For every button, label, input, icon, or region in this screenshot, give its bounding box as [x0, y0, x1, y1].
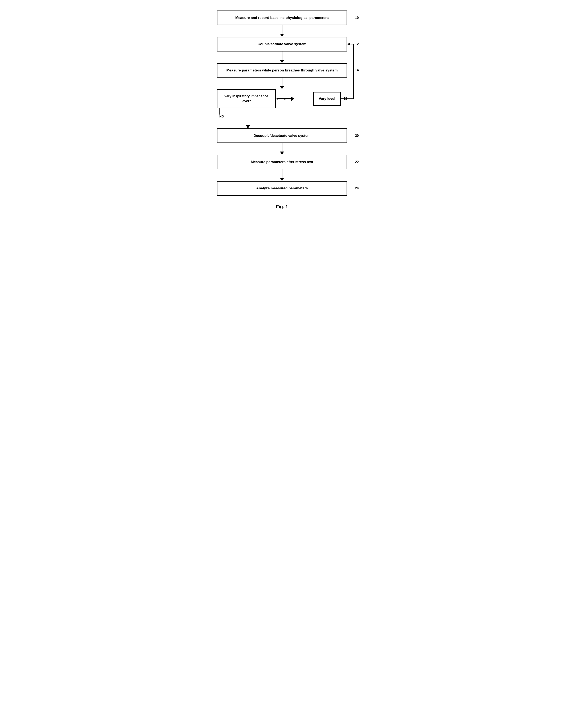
flowchart: Measure and record baseline physiologica… — [217, 8, 347, 210]
step-12-box: Couple/actuate valve system — [217, 37, 347, 51]
arrow-14-decision — [280, 78, 284, 89]
arrow-10-12 — [280, 25, 284, 37]
step-18-box: Vary level — [313, 92, 341, 106]
decision-row: Vary inspiratory impedance level? 16 Yes… — [217, 89, 347, 108]
step-10-number: 10 — [355, 16, 359, 20]
step-22-box: Measure parameters after stress test — [217, 155, 347, 169]
arrow-22-24 — [280, 169, 284, 181]
step-10-row: Measure and record baseline physiologica… — [217, 11, 347, 25]
step-12-row: Couple/actuate valve system 12 — [217, 37, 347, 51]
step-22-row: Measure parameters after stress test 22 — [217, 155, 347, 169]
step-20-number: 20 — [355, 134, 359, 138]
arrow-20-22 — [280, 143, 284, 155]
arrow-no-20 — [246, 119, 250, 128]
step-14-number: 14 — [355, 68, 359, 72]
step-24-box: Analyze measured parameters — [217, 181, 347, 196]
step-20-row: Decouple/deactuate valve system 20 — [217, 128, 347, 143]
step-24-number: 24 — [355, 186, 359, 190]
diagram-container: Measure and record baseline physiologica… — [217, 8, 347, 210]
svg-marker-3 — [347, 43, 350, 46]
step-22-number: 22 — [355, 160, 359, 164]
step-18-number: 18 — [344, 97, 347, 101]
no-branch: NO — [217, 108, 347, 119]
arrow-12-14 — [280, 51, 284, 63]
decision-16-number: 16 Yes — [277, 97, 288, 100]
step-14-box: Measure parameters while person breathes… — [217, 63, 347, 78]
figure-label: Fig. 1 — [276, 204, 288, 210]
step-12-number: 12 — [355, 42, 359, 46]
step-24-row: Analyze measured parameters 24 — [217, 181, 347, 196]
step-10-box: Measure and record baseline physiologica… — [217, 11, 347, 25]
step-14-row: Measure parameters while person breathes… — [217, 63, 347, 78]
vary-level-wrapper: Vary level 18 — [313, 92, 347, 106]
decision-16-box: Vary inspiratory impedance level? — [217, 89, 276, 108]
no-label: NO — [219, 115, 224, 118]
step-20-box: Decouple/deactuate valve system — [217, 128, 347, 143]
